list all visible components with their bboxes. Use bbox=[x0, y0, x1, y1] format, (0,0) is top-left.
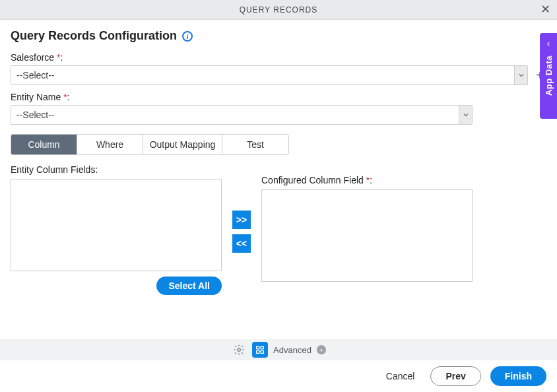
entity-label-text: Entity Name bbox=[11, 92, 63, 102]
entity-label: Entity Name *: bbox=[11, 92, 546, 102]
select-all-button[interactable]: Select All bbox=[156, 277, 222, 295]
entity-select-value: --Select-- bbox=[11, 110, 60, 120]
svg-point-0 bbox=[238, 348, 241, 352]
tab-output-mapping[interactable]: Output Mapping bbox=[143, 135, 222, 154]
app-data-panel-toggle[interactable]: ‹ App Data bbox=[540, 33, 557, 119]
tab-where[interactable]: Where bbox=[77, 135, 143, 154]
chevron-left-icon: ‹ bbox=[547, 38, 550, 49]
salesforce-select-row: --Select-- + bbox=[11, 65, 546, 85]
columns-panel: Entity Column Fields: Select All >> << C… bbox=[11, 164, 546, 295]
tab-bar: Column Where Output Mapping Test bbox=[11, 134, 289, 155]
entity-select-row: --Select-- bbox=[11, 105, 546, 125]
app-data-label: App Data bbox=[544, 55, 554, 96]
configured-columns-label: Configured Column Field *: bbox=[261, 175, 473, 185]
label-colon: : bbox=[67, 92, 70, 102]
entity-select[interactable]: --Select-- bbox=[11, 105, 473, 125]
tab-test[interactable]: Test bbox=[222, 135, 288, 154]
salesforce-label: Salesforce *: bbox=[11, 52, 546, 63]
close-icon[interactable]: ✕ bbox=[541, 3, 550, 15]
salesforce-select-value: --Select-- bbox=[11, 70, 60, 81]
content-area: Query Records Configuration i Salesforce… bbox=[0, 20, 557, 295]
move-left-button[interactable]: << bbox=[232, 234, 251, 253]
footer-bar: Cancel Prev Finish bbox=[0, 360, 557, 392]
advanced-bar: Advanced + bbox=[0, 339, 557, 360]
advanced-label: Advanced bbox=[273, 345, 311, 355]
salesforce-label-text: Salesforce bbox=[11, 52, 57, 63]
cancel-button[interactable]: Cancel bbox=[379, 367, 422, 385]
page-title-row: Query Records Configuration i bbox=[11, 29, 546, 43]
entity-columns-section: Entity Column Fields: Select All bbox=[11, 164, 222, 295]
entity-field: Entity Name *: --Select-- bbox=[11, 92, 546, 125]
salesforce-select[interactable]: --Select-- bbox=[11, 65, 528, 85]
info-icon[interactable]: i bbox=[182, 31, 193, 42]
chevron-down-icon bbox=[514, 66, 527, 84]
chevron-down-icon bbox=[459, 106, 472, 124]
puzzle-icon[interactable] bbox=[252, 342, 268, 358]
transfer-buttons: >> << bbox=[232, 211, 251, 253]
configured-label-text: Configured Column Field bbox=[261, 175, 366, 185]
finish-button[interactable]: Finish bbox=[490, 366, 546, 386]
gear-icon[interactable] bbox=[231, 342, 247, 358]
tab-column[interactable]: Column bbox=[11, 135, 77, 154]
entity-columns-label: Entity Column Fields: bbox=[11, 164, 222, 175]
salesforce-field: Salesforce *: --Select-- + bbox=[11, 52, 546, 85]
entity-columns-list[interactable] bbox=[11, 179, 222, 271]
label-colon: : bbox=[370, 175, 372, 185]
configured-columns-section: Configured Column Field *: bbox=[261, 175, 473, 282]
configured-columns-list[interactable] bbox=[261, 189, 473, 282]
page-title: Query Records Configuration bbox=[11, 29, 177, 43]
modal-header: QUERY RECORDS ✕ bbox=[0, 0, 557, 20]
prev-button[interactable]: Prev bbox=[430, 366, 480, 386]
advanced-expand-icon[interactable]: + bbox=[317, 345, 326, 354]
label-colon: : bbox=[61, 52, 63, 63]
move-right-button[interactable]: >> bbox=[232, 211, 251, 229]
modal-title: QUERY RECORDS bbox=[240, 5, 318, 15]
